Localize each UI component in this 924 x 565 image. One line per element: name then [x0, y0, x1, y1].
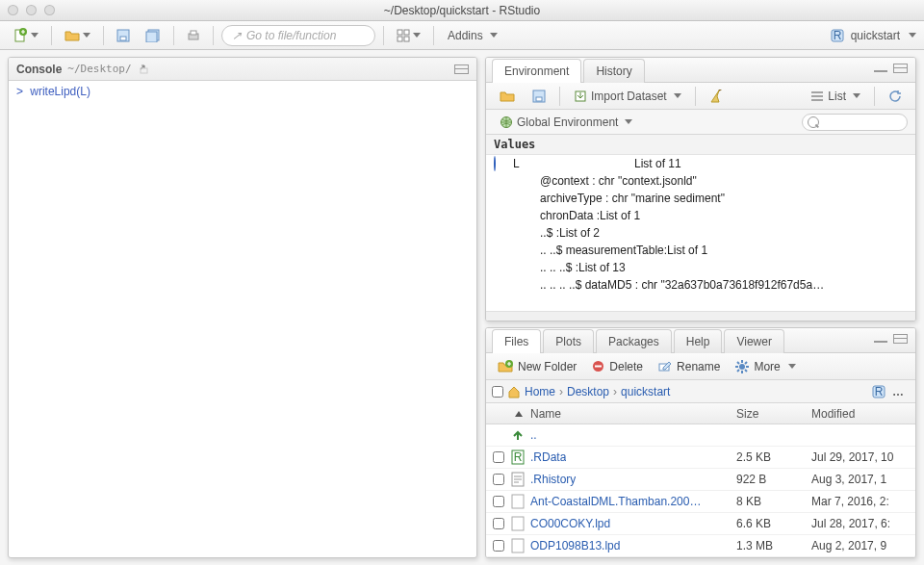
collapse-icon[interactable] [494, 157, 507, 170]
file-row[interactable]: .. [486, 424, 915, 447]
svg-rect-39 [512, 517, 524, 530]
file-row[interactable]: Ant-CoastalDML.Thamban.200…8 KBMar 7, 20… [486, 491, 915, 513]
svg-rect-16 [536, 97, 542, 101]
home-icon[interactable] [507, 385, 521, 398]
env-row[interactable]: ..$ :List of 2 [486, 224, 915, 242]
env-row[interactable]: LList of 11 [486, 155, 915, 172]
column-name[interactable]: Name [511, 407, 736, 421]
close-window-icon[interactable] [8, 5, 18, 15]
blank-icon [494, 209, 507, 222]
tab-viewer[interactable]: Viewer [724, 329, 783, 353]
more-label: More [754, 360, 780, 373]
blank-icon [494, 174, 507, 188]
delete-label: Delete [609, 360, 643, 373]
file-name-link[interactable]: Ant-CoastalDML.Thamban.200… [530, 495, 701, 508]
blank-icon [494, 278, 507, 292]
rename-button[interactable]: Rename [654, 358, 724, 375]
file-checkbox[interactable] [493, 496, 504, 507]
tab-environment[interactable]: Environment [492, 59, 581, 83]
files-more-icon[interactable]: … [891, 384, 906, 398]
file-row[interactable]: R.RData2.5 KBJul 29, 2017, 10 [486, 447, 915, 469]
file-name-link[interactable]: CO00COKY.lpd [530, 517, 610, 530]
import-dataset-label: Import Dataset [591, 90, 667, 103]
env-view-mode-button[interactable]: List [805, 88, 866, 105]
files-goto-project-icon[interactable]: R [871, 384, 886, 398]
env-load-button[interactable] [494, 88, 521, 105]
console-maximize-icon[interactable] [454, 62, 469, 76]
files-minimize-icon[interactable] [873, 331, 887, 346]
addins-menu[interactable]: Addins [442, 25, 503, 46]
env-row[interactable]: .. ..$ measurementTable:List of 1 [486, 242, 915, 259]
open-project-button[interactable] [60, 25, 95, 46]
window-controls[interactable] [8, 5, 55, 15]
console-popout-icon[interactable] [138, 62, 152, 76]
print-button[interactable] [182, 25, 205, 46]
more-button[interactable]: More [732, 358, 799, 375]
clear-env-button[interactable] [704, 88, 731, 105]
column-modified[interactable]: Modified [811, 407, 915, 421]
new-folder-button[interactable]: New Folder [494, 358, 580, 375]
env-row[interactable]: archiveType : chr "marine sediment" [486, 190, 915, 207]
files-breadcrumb: Home › Desktop › quickstart R … [486, 380, 915, 403]
save-button[interactable] [112, 25, 135, 46]
minimize-window-icon[interactable] [26, 5, 37, 15]
new-file-button[interactable] [8, 25, 43, 46]
svg-text:R: R [514, 450, 523, 464]
console-body[interactable]: > writeLipd(L) [9, 81, 476, 557]
breadcrumb-desktop[interactable]: Desktop [567, 385, 609, 398]
file-size: 6.6 KB [736, 517, 811, 530]
tab-files[interactable]: Files [492, 329, 541, 353]
env-maximize-icon[interactable] [893, 61, 908, 75]
console-title: Console [16, 63, 62, 76]
project-menu[interactable]: R quickstart [830, 28, 916, 43]
files-list[interactable]: ..R.RData2.5 KBJul 29, 2017, 10.Rhistory… [486, 424, 915, 557]
go-to-file-input[interactable]: ↗ Go to file/function [221, 25, 375, 46]
env-body[interactable]: Values LList of 11@context : chr "contex… [486, 135, 915, 311]
files-maximize-icon[interactable] [893, 331, 908, 346]
import-dataset-button[interactable]: Import Dataset [568, 88, 687, 105]
file-row[interactable]: ODP1098B13.lpd1.3 MBAug 2, 2017, 9 [486, 535, 915, 557]
file-checkbox[interactable] [493, 518, 504, 529]
file-checkbox[interactable] [493, 474, 504, 485]
delete-button[interactable]: Delete [588, 358, 647, 375]
tab-history[interactable]: History [583, 59, 644, 83]
file-name-link[interactable]: .RData [530, 450, 566, 464]
console-panel: Console ~/Desktop/ > writeLipd(L) [8, 57, 477, 558]
file-checkbox[interactable] [493, 451, 504, 463]
new-folder-label: New Folder [518, 360, 577, 373]
env-scope-button[interactable]: Global Environment [494, 114, 638, 131]
tab-packages[interactable]: Packages [596, 329, 672, 353]
tab-plots[interactable]: Plots [543, 329, 594, 353]
breadcrumb-home[interactable]: Home [525, 385, 555, 398]
rename-icon [658, 360, 672, 373]
file-row[interactable]: CO00COKY.lpd6.6 KBJul 28, 2017, 6: [486, 513, 915, 535]
env-save-button[interactable] [526, 88, 552, 105]
refresh-icon [888, 90, 902, 103]
tab-help[interactable]: Help [674, 329, 723, 353]
env-row[interactable]: .. .. ..$ :List of 13 [486, 259, 915, 276]
window-title: ~/Desktop/quickstart - RStudio [0, 4, 924, 17]
zoom-window-icon[interactable] [44, 5, 55, 15]
file-row[interactable]: .Rhistory922 BAug 3, 2017, 1 [486, 469, 915, 491]
file-checkbox[interactable] [493, 540, 504, 552]
env-refresh-button[interactable] [883, 88, 908, 105]
files-select-all-checkbox[interactable] [492, 386, 503, 398]
file-name-link[interactable]: ODP1098B13.lpd [530, 539, 620, 552]
env-minimize-icon[interactable] [873, 61, 887, 75]
console-code: writeLipd(L) [30, 85, 90, 98]
file-name-link[interactable]: .Rhistory [530, 473, 576, 486]
env-row[interactable]: @context : chr "context.jsonld" [486, 172, 915, 190]
save-all-button[interactable] [141, 25, 166, 46]
file-icon [511, 494, 525, 509]
svg-rect-9 [404, 30, 409, 35]
env-search-input[interactable] [802, 114, 908, 131]
env-horizontal-scrollbar[interactable] [486, 311, 915, 321]
pane-layout-button[interactable] [392, 25, 425, 46]
folder-open-icon [500, 90, 515, 103]
env-row[interactable]: chronData :List of 1 [486, 207, 915, 224]
file-name-link[interactable]: .. [530, 428, 537, 442]
breadcrumb-quickstart[interactable]: quickstart [621, 385, 670, 398]
blank-icon [494, 244, 507, 257]
column-size[interactable]: Size [736, 407, 811, 421]
env-row[interactable]: .. .. .. ..$ dataMD5 : chr "32a637b0a736… [486, 276, 915, 294]
